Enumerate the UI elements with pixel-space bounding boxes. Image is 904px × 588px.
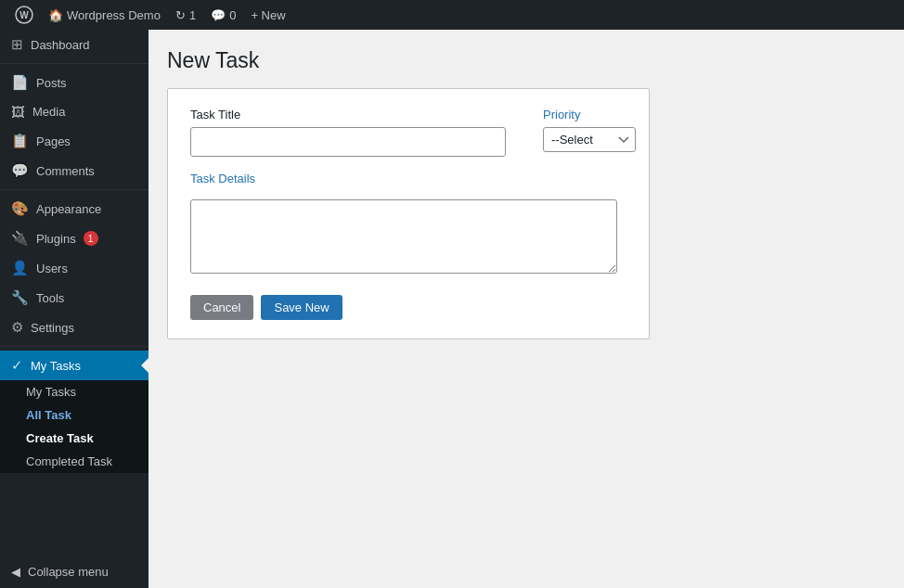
task-details-label: Task Details (190, 172, 255, 185)
sidebar-item-comments[interactable]: 💬 Comments (0, 156, 149, 185)
comments-icon: 💬 (211, 8, 226, 22)
new-button[interactable]: + New (243, 0, 292, 30)
users-icon: 👤 (11, 260, 29, 276)
sidebar-item-label: Pages (36, 134, 71, 148)
comments-button[interactable]: 💬 0 (203, 0, 243, 30)
sidebar-separator-2 (0, 189, 149, 190)
sidebar-menu: ⊞ Dashboard 📄 Posts 🖼 Media 📋 Pages 💬 Co… (0, 30, 149, 556)
collapse-label: Collapse menu (28, 565, 109, 579)
page-title: New Task (167, 48, 885, 73)
priority-group: Priority --Select Low Medium High Critic… (543, 108, 636, 152)
sidebar-item-label: Appearance (36, 202, 101, 216)
comments-icon: 💬 (11, 162, 29, 179)
submenu-item-my-tasks[interactable]: My Tasks (0, 380, 149, 403)
pages-icon: 📋 (11, 133, 29, 149)
task-title-label: Task Title (190, 108, 506, 121)
sidebar-item-label: Users (36, 262, 68, 275)
home-icon: 🏠 (48, 8, 63, 22)
priority-label: Priority (543, 108, 636, 121)
sidebar-item-plugins[interactable]: 🔌 Plugins 1 (0, 224, 149, 253)
submenu-item-create-task[interactable]: Create Task (0, 427, 149, 450)
admin-bar: W 🏠 Wordpress Demo ↻ 1 💬 0 + New (0, 0, 904, 30)
site-name-label: Wordpress Demo (67, 8, 161, 22)
updates-icon: ↻ (175, 8, 186, 22)
sidebar-item-label: Dashboard (31, 38, 90, 52)
task-details-group: Task Details (190, 172, 626, 276)
sidebar: ⊞ Dashboard 📄 Posts 🖼 Media 📋 Pages 💬 Co… (0, 30, 149, 588)
sidebar-item-label: Media (32, 105, 65, 119)
form-button-row: Cancel Save New (190, 295, 626, 320)
my-tasks-icon: ✓ (11, 357, 23, 374)
priority-select[interactable]: --Select Low Medium High Critical (543, 127, 636, 152)
task-title-input[interactable] (190, 127, 506, 157)
posts-icon: 📄 (11, 74, 29, 91)
sidebar-item-label: Plugins (36, 232, 76, 246)
tools-icon: 🔧 (11, 289, 29, 306)
collapse-menu-button[interactable]: ◀ Collapse menu (0, 556, 149, 588)
save-new-button[interactable]: Save New (261, 295, 342, 320)
sidebar-item-users[interactable]: 👤 Users (0, 253, 149, 283)
svg-text:W: W (19, 10, 29, 20)
site-name-button[interactable]: 🏠 Wordpress Demo (41, 0, 168, 30)
sidebar-item-tools[interactable]: 🔧 Tools (0, 283, 149, 313)
sidebar-item-appearance[interactable]: 🎨 Appearance (0, 194, 149, 224)
sidebar-item-settings[interactable]: ⚙ Settings (0, 313, 149, 342)
my-tasks-submenu: My Tasks All Task Create Task Completed … (0, 380, 149, 473)
new-label: + New (251, 8, 285, 22)
sidebar-item-label: My Tasks (31, 359, 81, 373)
updates-button[interactable]: ↻ 1 (168, 0, 203, 30)
plugins-icon: 🔌 (11, 230, 29, 247)
sidebar-separator-3 (0, 346, 149, 347)
sidebar-item-posts[interactable]: 📄 Posts (0, 68, 149, 97)
sidebar-item-media[interactable]: 🖼 Media (0, 97, 149, 126)
sidebar-item-label: Comments (36, 164, 95, 178)
task-title-group: Task Title (190, 108, 506, 157)
task-details-textarea[interactable] (190, 199, 617, 274)
sidebar-item-my-tasks[interactable]: ✓ My Tasks (0, 351, 149, 380)
dashboard-icon: ⊞ (11, 36, 23, 53)
sidebar-item-label: Posts (36, 76, 67, 90)
new-task-form-card: Task Title Priority --Select Low Medium … (167, 88, 650, 339)
appearance-icon: 🎨 (11, 200, 29, 217)
sidebar-item-dashboard[interactable]: ⊞ Dashboard (0, 30, 149, 59)
sidebar-separator-1 (0, 63, 149, 64)
cancel-button[interactable]: Cancel (190, 295, 253, 320)
form-row-title-priority: Task Title Priority --Select Low Medium … (190, 108, 626, 157)
sidebar-item-pages[interactable]: 📋 Pages (0, 126, 149, 156)
updates-count: 1 (189, 8, 196, 22)
plugins-badge: 1 (84, 231, 98, 246)
main-content: New Task Task Title Priority --Select Lo… (149, 30, 904, 588)
comments-count: 0 (229, 8, 236, 22)
media-icon: 🖼 (11, 104, 25, 120)
wp-logo-button[interactable]: W (7, 0, 41, 30)
settings-icon: ⚙ (11, 319, 23, 336)
collapse-icon: ◀ (11, 565, 20, 579)
submenu-item-completed-task[interactable]: Completed Task (0, 450, 149, 473)
sidebar-item-label: Tools (36, 291, 64, 305)
sidebar-item-label: Settings (31, 321, 74, 335)
layout: ⊞ Dashboard 📄 Posts 🖼 Media 📋 Pages 💬 Co… (0, 30, 904, 588)
submenu-item-all-task[interactable]: All Task (0, 403, 149, 427)
